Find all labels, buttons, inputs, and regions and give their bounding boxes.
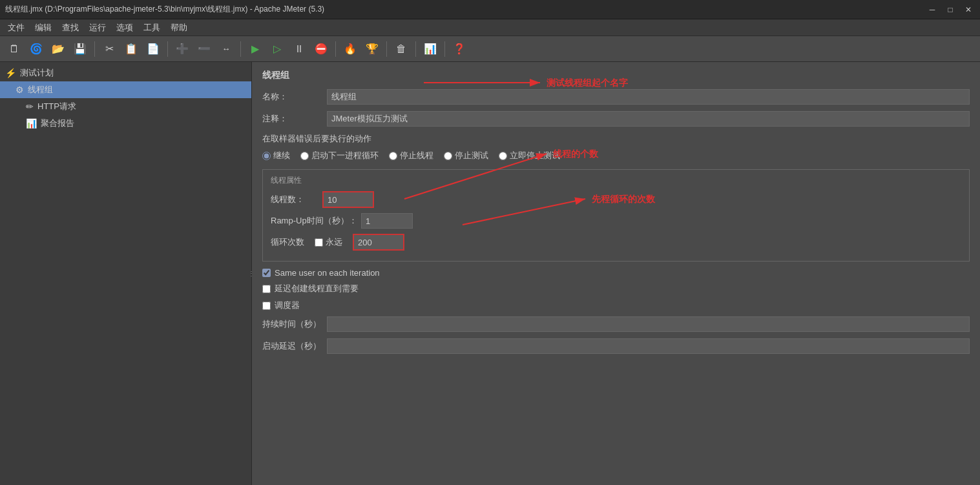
on-error-label: 在取样器错误后要执行的动作 (262, 133, 970, 145)
close-button[interactable]: ✕ (962, 3, 975, 16)
same-user-label[interactable]: Same user on each iteration (275, 268, 380, 278)
toolbar-collapse[interactable]: ➖ (194, 39, 214, 59)
forever-checkbox-label[interactable]: 永远 (315, 236, 342, 248)
thread-count-row: 线程数： (271, 191, 961, 208)
sep5 (386, 41, 387, 57)
http-request-icon: ✏ (26, 101, 34, 112)
ramp-up-input[interactable] (361, 213, 413, 229)
menu-find[interactable]: 查找 (57, 21, 84, 35)
radio-start-next[interactable]: 启动下一进程循环 (300, 150, 379, 161)
name-input[interactable] (327, 89, 970, 105)
radio-group-on-error: 继续 启动下一进程循环 停止线程 停止测试 立即停止测试 (262, 150, 970, 161)
sidebar-item-label: 聚合报告 (41, 118, 74, 129)
ramp-up-row: Ramp-Up时间（秒）： (271, 213, 961, 229)
toolbar-remote-stop[interactable]: 🏆 (362, 39, 382, 59)
menu-run[interactable]: 运行 (84, 21, 111, 35)
thread-group-icon: ⚙ (16, 85, 24, 95)
menu-help[interactable]: 帮助 (165, 21, 193, 35)
radio-stop-test[interactable]: 停止测试 (444, 150, 488, 161)
toolbar-help[interactable]: ❓ (449, 39, 470, 59)
sep1 (94, 41, 95, 57)
content-inner: 线程组 名称： 注释： 在取样器错误后要执行的动作 继续 启动 (262, 70, 970, 354)
radio-continue[interactable]: 继续 (262, 150, 290, 161)
scheduler-label[interactable]: 调度器 (275, 300, 300, 311)
toolbar-copy[interactable]: 📋 (121, 39, 141, 59)
same-user-checkbox[interactable] (262, 269, 271, 277)
forever-label: 永远 (326, 236, 342, 248)
sidebar-item-thread-group[interactable]: ⚙ 线程组 (0, 81, 251, 98)
thread-count-label: 线程数： (271, 194, 322, 205)
toolbar-start[interactable]: ▶ (245, 39, 266, 59)
radio-stop-now[interactable]: 立即停止测试 (499, 150, 560, 161)
sidebar-item-label: HTTP请求 (37, 101, 76, 112)
aggregate-report-icon: 📊 (26, 118, 37, 129)
toolbar-cut[interactable]: ✂ (99, 39, 120, 59)
comment-row: 注释： (262, 111, 970, 127)
toolbar-remote-start[interactable]: 🔥 (340, 39, 360, 59)
sidebar: ⚡ 测试计划 ⚙ 线程组 ✏ HTTP请求 📊 聚合报告 ⋮ (0, 62, 252, 485)
window-title: 线程组.jmx (D:\ProgramFiles\apache-jmeter-5… (5, 4, 324, 15)
minimize-button[interactable]: ─ (926, 3, 939, 16)
toolbar-kill[interactable]: ⛔ (311, 39, 331, 59)
duration-input[interactable] (327, 316, 970, 332)
duration-row: 持续时间（秒） (262, 316, 970, 332)
sidebar-item-aggregate-report[interactable]: 📊 聚合报告 (0, 115, 251, 132)
start-delay-input[interactable] (327, 338, 970, 354)
toolbar-open[interactable]: 📂 (48, 39, 68, 59)
thread-count-input[interactable] (322, 191, 374, 208)
thread-props-box: 线程属性 线程数： Ramp-Up时间（秒）： 循环次数 永远 (262, 169, 970, 262)
sep2 (167, 41, 168, 57)
toolbar-start-no-pause[interactable]: ▷ (267, 39, 287, 59)
start-delay-label: 启动延迟（秒） (262, 340, 327, 352)
title-bar: 线程组.jmx (D:\ProgramFiles\apache-jmeter-5… (0, 0, 980, 19)
sidebar-item-test-plan[interactable]: ⚡ 测试计划 (0, 65, 251, 81)
menu-edit[interactable]: 编辑 (30, 21, 57, 35)
resize-handle[interactable]: ⋮ (249, 62, 254, 485)
comment-input[interactable] (327, 111, 970, 127)
sep7 (444, 41, 445, 57)
toolbar: 🗒 🌀 📂 💾 ✂ 📋 📄 ➕ ➖ ↔ ▶ ▷ ⏸ ⛔ 🔥 🏆 🗑 📊 ❓ (0, 36, 980, 62)
toolbar-stop[interactable]: ⏸ (289, 39, 309, 59)
ramp-up-label: Ramp-Up时间（秒）： (271, 215, 361, 227)
delayed-start-label[interactable]: 延迟创建线程直到需要 (275, 283, 359, 294)
content-panel: 线程组 名称： 注释： 在取样器错误后要执行的动作 继续 启动 (252, 62, 980, 485)
toolbar-paste[interactable]: 📄 (143, 39, 163, 59)
sidebar-item-label: 线程组 (28, 84, 53, 96)
test-plan-icon: ⚡ (5, 68, 16, 78)
main-layout: ⚡ 测试计划 ⚙ 线程组 ✏ HTTP请求 📊 聚合报告 ⋮ 线程组 名称： (0, 62, 980, 485)
menu-file[interactable]: 文件 (3, 21, 30, 35)
toolbar-new[interactable]: 🗒 (4, 39, 25, 59)
sep6 (415, 41, 416, 57)
delayed-start-row: 延迟创建线程直到需要 (262, 283, 970, 294)
menu-bar: 文件 编辑 查找 运行 选项 工具 帮助 (0, 19, 980, 36)
menu-options[interactable]: 选项 (111, 21, 138, 35)
start-delay-row: 启动延迟（秒） (262, 338, 970, 354)
section-title: 线程组 (262, 70, 970, 81)
sep4 (335, 41, 336, 57)
loop-count-label: 循环次数 (271, 236, 309, 248)
scheduler-row: 调度器 (262, 300, 970, 311)
resize-dots: ⋮ (248, 270, 255, 277)
sidebar-item-http-request[interactable]: ✏ HTTP请求 (0, 98, 251, 115)
loop-count-row: 循环次数 永远 (271, 234, 961, 251)
scheduler-checkbox[interactable] (262, 302, 271, 310)
delayed-start-checkbox[interactable] (262, 285, 271, 293)
thread-props-title: 线程属性 (271, 175, 961, 186)
toolbar-clear[interactable]: 🗑 (391, 39, 412, 59)
forever-checkbox[interactable] (315, 238, 323, 247)
radio-stop-thread[interactable]: 停止线程 (389, 150, 433, 161)
toolbar-results[interactable]: 📊 (420, 39, 441, 59)
window-controls: ─ □ ✕ (926, 3, 975, 16)
menu-tools[interactable]: 工具 (138, 21, 165, 35)
toolbar-expand[interactable]: ➕ (172, 39, 193, 59)
sep3 (240, 41, 241, 57)
toolbar-toggle[interactable]: ↔ (216, 39, 236, 59)
sidebar-item-label: 测试计划 (20, 67, 54, 79)
on-error-section: 在取样器错误后要执行的动作 继续 启动下一进程循环 停止线程 停止测试 (262, 133, 970, 161)
same-user-row: Same user on each iteration (262, 268, 970, 278)
toolbar-templates[interactable]: 🌀 (26, 39, 47, 59)
toolbar-save[interactable]: 💾 (70, 39, 90, 59)
name-label: 名称： (262, 91, 327, 103)
loop-count-input[interactable] (353, 234, 404, 251)
maximize-button[interactable]: □ (944, 3, 957, 16)
